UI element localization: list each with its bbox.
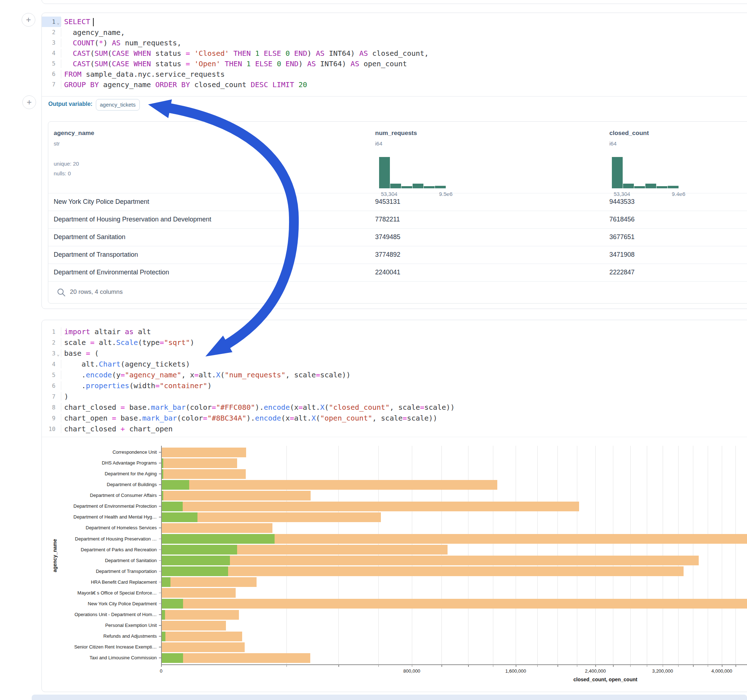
line-number: 3: [42, 39, 56, 46]
line-number: 4: [42, 361, 56, 368]
code-line[interactable]: 10chart_closed + chart_open: [42, 424, 747, 434]
code-text: agency_name,: [61, 28, 747, 37]
code-line[interactable]: 6FROM sample_data.nyc.service_requests: [42, 69, 747, 79]
line-number: 4: [42, 50, 56, 57]
code-line[interactable]: 3 COUNT(*) AS num_requests,: [42, 38, 747, 48]
code-line[interactable]: 4 alt.Chart(agency_tickets): [42, 359, 747, 370]
code-line[interactable]: 3⌄base = (: [42, 348, 747, 359]
cell-num-requests: 3774892: [375, 251, 400, 258]
histogram-bar: [413, 184, 423, 188]
output-variable-row: Output variable: agency_tickets: [42, 96, 747, 114]
code-line[interactable]: 2 agency_name,: [42, 27, 747, 38]
fold-caret-icon[interactable]: [56, 74, 61, 75]
histogram-bar: [612, 157, 623, 188]
fold-caret-icon[interactable]: ⌄: [56, 18, 61, 25]
code-text: GROUP BY agency_name ORDER BY closed_cou…: [61, 80, 747, 89]
fold-caret-icon[interactable]: [56, 32, 61, 33]
line-number: 6: [42, 382, 56, 389]
fold-caret-icon[interactable]: ⌄: [56, 350, 61, 357]
notebook-page: + + 1⌄SELECT2 agency_name,3 COUNT(*) AS …: [0, 0, 747, 700]
code-line[interactable]: 9chart_open = base.mark_bar(color="#8BC3…: [42, 413, 747, 424]
histogram-bar: [435, 186, 446, 188]
text-cursor: [93, 18, 94, 26]
cell-agency-name: Department of Transportation: [54, 251, 138, 258]
cell-closed-count: 3677651: [609, 233, 635, 241]
code-line[interactable]: 2scale = alt.Scale(type="sqrt"): [42, 337, 747, 348]
histogram-bar: [646, 184, 656, 188]
cell-agency-name: Department of Environmental Protection: [54, 269, 169, 276]
code-line[interactable]: 5 .encode(y="agency_name", x=alt.X("num_…: [42, 370, 747, 380]
fold-caret-icon[interactable]: [56, 53, 61, 54]
code-text: FROM sample_data.nyc.service_requests: [61, 70, 747, 78]
line-number: 8: [42, 404, 56, 411]
histogram-bar: [656, 186, 667, 188]
code-line[interactable]: 7): [42, 391, 747, 402]
code-text: import altair as alt: [61, 327, 747, 336]
cell-closed-count: 9443533: [609, 198, 635, 206]
fold-caret-icon[interactable]: [56, 342, 61, 343]
histogram-bar: [379, 157, 390, 188]
fold-caret-icon[interactable]: [56, 84, 61, 85]
code-line[interactable]: 1⌄SELECT: [42, 17, 747, 27]
histogram-bar: [390, 184, 401, 188]
code-text: ): [61, 392, 747, 401]
cell-num-requests: 7782211: [375, 216, 400, 223]
line-number: 2: [42, 339, 56, 346]
column-type: i64: [609, 140, 617, 146]
cell-num-requests: 2240041: [375, 269, 400, 276]
code-text: chart_closed = base.mark_bar(color="#FFC…: [61, 403, 747, 412]
table-row: Department of Housing Preservation and D…: [48, 211, 747, 229]
column-name: num_requests: [375, 130, 417, 137]
next-cell-edge: [32, 695, 747, 700]
fold-caret-icon[interactable]: [56, 331, 61, 332]
fold-caret-icon[interactable]: [56, 396, 61, 397]
fold-caret-icon[interactable]: [56, 63, 61, 65]
fold-caret-icon[interactable]: [56, 374, 61, 376]
code-text: CAST(SUM(CASE WHEN status = 'Closed' THE…: [61, 49, 747, 57]
column-histogram: [379, 157, 446, 188]
code-line[interactable]: 5 CAST(SUM(CASE WHEN status = 'Open' THE…: [42, 58, 747, 69]
cell-num-requests: 9453131: [375, 198, 400, 206]
code-line[interactable]: 1import altair as alt: [42, 326, 747, 337]
search-icon[interactable]: [57, 288, 66, 297]
table-row: New York City Police Department945313194…: [48, 193, 747, 211]
code-line[interactable]: 7GROUP BY agency_name ORDER BY closed_co…: [42, 79, 747, 90]
line-number: 10: [42, 425, 56, 433]
line-number: 5: [42, 372, 56, 379]
add-cell-button-output[interactable]: +: [22, 95, 36, 109]
line-number: 5: [42, 60, 56, 67]
code-text: base = (: [61, 349, 747, 358]
fold-caret-icon[interactable]: [56, 428, 61, 430]
table-row: Department of Transportation377489234719…: [48, 246, 747, 264]
code-line[interactable]: 6 .properties(width="container"): [42, 380, 747, 391]
table-row-count: 20 rows, 4 columns: [70, 288, 122, 296]
fold-caret-icon[interactable]: [56, 417, 61, 419]
code-line[interactable]: 8chart_closed = base.mark_bar(color="#FF…: [42, 402, 747, 413]
table-footer: 20 rows, 4 columns: [48, 281, 747, 304]
fold-caret-icon[interactable]: [56, 385, 61, 386]
line-number: 7: [42, 393, 56, 400]
code-text: COUNT(*) AS num_requests,: [61, 39, 747, 47]
column-name: closed_count: [609, 130, 649, 137]
fold-caret-icon[interactable]: [56, 42, 61, 44]
python-cell-card: 1import altair as alt2scale = alt.Scale(…: [41, 320, 747, 692]
sql-code-editor[interactable]: 1⌄SELECT2 agency_name,3 COUNT(*) AS num_…: [42, 17, 747, 90]
column-type: str: [54, 140, 60, 146]
add-cell-button-top[interactable]: +: [22, 13, 35, 27]
line-number: 7: [42, 81, 56, 88]
output-variable-pill[interactable]: agency_tickets: [96, 99, 140, 110]
code-line[interactable]: 4 CAST(SUM(CASE WHEN status = 'Closed' T…: [42, 48, 747, 58]
code-text: chart_open = base.mark_bar(color="#8BC34…: [61, 414, 747, 422]
python-code-editor[interactable]: 1import altair as alt2scale = alt.Scale(…: [42, 326, 747, 434]
code-text: .properties(width="container"): [61, 381, 747, 390]
code-text: .encode(y="agency_name", x=alt.X("num_re…: [61, 371, 747, 379]
cell-num-requests: 3749485: [375, 233, 400, 241]
cell-closed-count: 2222847: [609, 269, 635, 276]
output-variable-label: Output variable:: [48, 101, 92, 107]
table-row: Department of Environmental Protection22…: [48, 264, 747, 282]
fold-caret-icon[interactable]: [56, 363, 61, 365]
line-number: 2: [42, 29, 56, 36]
histogram-bar: [424, 186, 435, 188]
fold-caret-icon[interactable]: [56, 407, 61, 408]
cell-agency-name: Department of Sanitation: [54, 233, 126, 241]
